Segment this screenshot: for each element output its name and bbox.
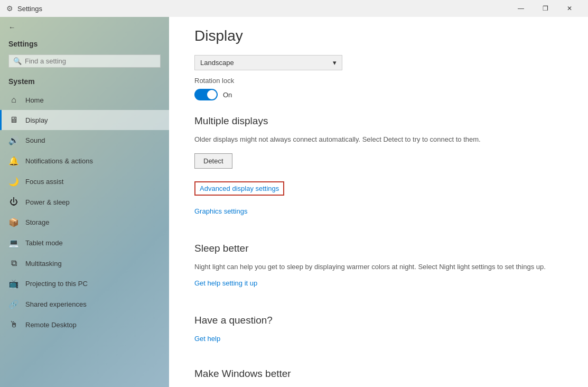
power-sleep-icon: ⏻ bbox=[8, 197, 19, 207]
sound-icon: 🔊 bbox=[8, 135, 19, 145]
sidebar-label-notifications: Notifications & actions bbox=[25, 157, 93, 165]
sidebar-item-shared-experiences[interactable]: 🔗 Shared experiences bbox=[0, 294, 169, 315]
chevron-down-icon: ▾ bbox=[333, 59, 337, 67]
sidebar-label-storage: Storage bbox=[25, 218, 50, 226]
orientation-value: Landscape bbox=[200, 59, 234, 67]
sidebar-item-remote-desktop[interactable]: 🖱 Remote Desktop bbox=[0, 315, 169, 335]
back-button[interactable]: ← bbox=[0, 17, 169, 38]
detect-button[interactable]: Detect bbox=[194, 153, 232, 169]
rotation-lock-toggle[interactable] bbox=[194, 89, 218, 100]
titlebar-controls: — ❐ ✕ bbox=[509, 0, 582, 17]
multiple-displays-desc: Older displays might not always connect … bbox=[194, 134, 563, 145]
multiple-displays-title: Multiple displays bbox=[194, 115, 563, 127]
sidebar: ← Settings 🔍 System ⌂ Home 🖥 Display 🔊 S… bbox=[0, 17, 169, 387]
focus-assist-icon: 🌙 bbox=[8, 177, 19, 187]
sidebar-item-sound[interactable]: 🔊 Sound bbox=[0, 130, 169, 151]
graphics-settings-link[interactable]: Graphics settings bbox=[194, 207, 247, 215]
search-box[interactable]: 🔍 bbox=[8, 54, 161, 68]
close-button[interactable]: ✕ bbox=[557, 0, 582, 17]
sleep-better-desc: Night light can help you get to sleep by… bbox=[194, 262, 563, 272]
have-a-question-title: Have a question? bbox=[194, 315, 563, 326]
sidebar-item-power-sleep[interactable]: ⏻ Power & sleep bbox=[0, 192, 169, 212]
sidebar-label-focus-assist: Focus assist bbox=[25, 178, 63, 186]
get-help-setting-link[interactable]: Get help setting it up bbox=[194, 279, 257, 287]
sidebar-item-notifications[interactable]: 🔔 Notifications & actions bbox=[0, 151, 169, 171]
sidebar-item-projecting[interactable]: 📺 Projecting to this PC bbox=[0, 273, 169, 294]
settings-app-icon: ⚙ bbox=[6, 4, 13, 13]
toggle-row: On bbox=[194, 89, 563, 100]
display-icon: 🖥 bbox=[8, 115, 19, 125]
orientation-row: Landscape ▾ bbox=[194, 55, 563, 70]
notifications-icon: 🔔 bbox=[8, 156, 19, 166]
sidebar-label-tablet-mode: Tablet mode bbox=[25, 239, 63, 247]
home-icon: ⌂ bbox=[8, 95, 19, 105]
tablet-mode-icon: 💻 bbox=[8, 238, 19, 248]
sidebar-label-remote-desktop: Remote Desktop bbox=[25, 321, 77, 329]
sidebar-item-display[interactable]: 🖥 Display bbox=[0, 110, 169, 130]
sidebar-item-multitasking[interactable]: ⧉ Multitasking bbox=[0, 253, 169, 273]
sleep-better-title: Sleep better bbox=[194, 243, 563, 254]
projecting-icon: 📺 bbox=[8, 279, 19, 289]
sidebar-label-home: Home bbox=[25, 96, 44, 104]
sidebar-item-tablet-mode[interactable]: 💻 Tablet mode bbox=[0, 233, 169, 253]
back-icon: ← bbox=[8, 23, 15, 31]
content-area: Display Landscape ▾ Rotation lock On Mul… bbox=[169, 17, 588, 387]
shared-experiences-icon: 🔗 bbox=[8, 299, 19, 309]
sidebar-label-shared-experiences: Shared experiences bbox=[25, 300, 87, 308]
titlebar-title: Settings bbox=[17, 5, 42, 13]
minimize-button[interactable]: — bbox=[509, 0, 533, 17]
maximize-button[interactable]: ❐ bbox=[533, 0, 557, 17]
sidebar-item-storage[interactable]: 📦 Storage bbox=[0, 212, 169, 233]
search-icon: 🔍 bbox=[13, 57, 22, 65]
multitasking-icon: ⧉ bbox=[8, 259, 19, 268]
remote-desktop-icon: 🖱 bbox=[8, 320, 19, 329]
advanced-display-settings-link[interactable]: Advanced display settings bbox=[194, 181, 284, 196]
orientation-dropdown[interactable]: Landscape ▾ bbox=[194, 55, 342, 70]
sidebar-label-multitasking: Multitasking bbox=[25, 260, 62, 268]
rotation-lock-row: Rotation lock On bbox=[194, 77, 563, 100]
sidebar-label-power-sleep: Power & sleep bbox=[25, 198, 70, 206]
sidebar-item-focus-assist[interactable]: 🌙 Focus assist bbox=[0, 171, 169, 192]
sidebar-app-title: Settings bbox=[0, 38, 169, 54]
titlebar: ⚙ Settings — ❐ ✕ bbox=[0, 0, 588, 17]
sidebar-label-sound: Sound bbox=[25, 136, 45, 144]
sidebar-label-projecting: Projecting to this PC bbox=[25, 280, 88, 288]
search-input[interactable] bbox=[25, 57, 156, 65]
rotation-lock-state: On bbox=[223, 91, 232, 99]
titlebar-left: ⚙ Settings bbox=[6, 4, 42, 13]
sidebar-label-display: Display bbox=[25, 116, 48, 124]
make-windows-title: Make Windows better bbox=[194, 368, 563, 380]
sidebar-item-home[interactable]: ⌂ Home bbox=[0, 90, 169, 110]
system-section-label: System bbox=[0, 74, 169, 90]
question-section: Have a question? Get help bbox=[194, 315, 563, 355]
app-body: ← Settings 🔍 System ⌂ Home 🖥 Display 🔊 S… bbox=[0, 17, 588, 387]
page-title: Display bbox=[194, 27, 563, 44]
get-help-link[interactable]: Get help bbox=[194, 335, 220, 343]
storage-icon: 📦 bbox=[8, 217, 19, 227]
rotation-lock-label: Rotation lock bbox=[194, 77, 563, 85]
